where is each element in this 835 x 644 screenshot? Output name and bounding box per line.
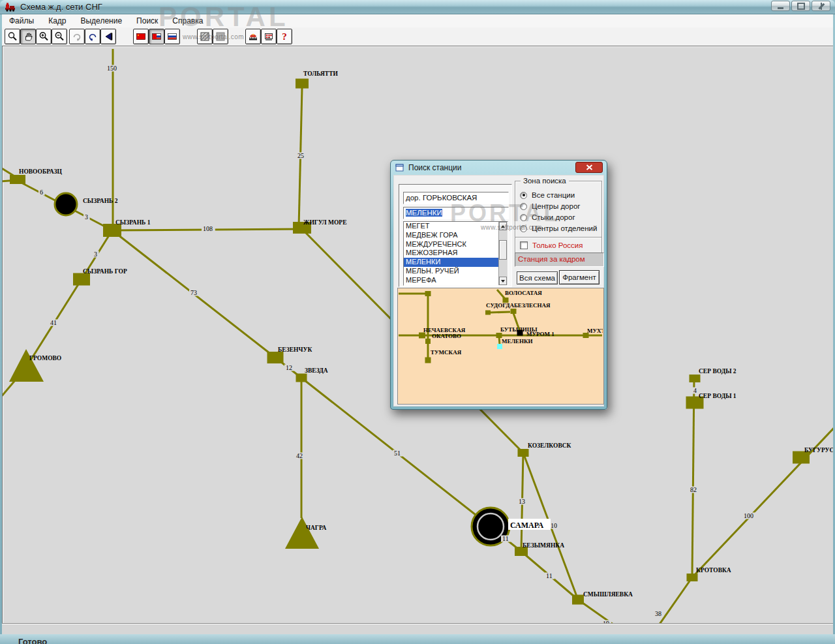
pan-tool-button[interactable] bbox=[20, 29, 36, 44]
window-title: Схема ж.д. сети СНГ bbox=[20, 2, 102, 12]
station-label: СМЫШЛЯЕВКА bbox=[583, 591, 633, 598]
search-panel: дор. ГОРЬКОВСКАЯ МЕЛЕНКИ МЕГЕТМЕДВЕЖ ГОР… bbox=[399, 184, 512, 287]
distance-label: 10 bbox=[551, 522, 557, 529]
station-list-item[interactable]: МЕЖДУРЕЧЕНСК bbox=[404, 240, 499, 249]
radio-icon bbox=[520, 214, 527, 221]
maximize-icon bbox=[797, 3, 805, 10]
radio-road-junctions[interactable]: Стыки дорог bbox=[520, 213, 575, 222]
station-label: ГРОМОВО bbox=[29, 355, 61, 361]
station-marker-bezenchuk bbox=[267, 352, 284, 363]
dialog-close-button[interactable] bbox=[575, 162, 603, 173]
fragment-button[interactable]: Фрагмент bbox=[559, 270, 600, 284]
title-bar[interactable]: Схема ж.д. сети СНГ bbox=[0, 0, 835, 14]
hand-icon bbox=[23, 31, 33, 42]
map-preview-panel[interactable]: ВОЛОСАТАЯСУДОГДАБЕЗЛЕСНАЯНЕЧАЕВСКАЯОКАТО… bbox=[397, 288, 604, 405]
search-zone-label: Зона поиска bbox=[521, 177, 569, 185]
station-label: ВОЛОСАТАЯ bbox=[505, 290, 542, 296]
station-list-item[interactable]: МЕЖОЗЕРНАЯ bbox=[404, 249, 499, 258]
flag-russia-icon bbox=[167, 31, 177, 42]
whole-scheme-label: Вся схема bbox=[519, 274, 555, 282]
radio-road-centers[interactable]: Центры дорог bbox=[520, 202, 580, 211]
blank-filter-button[interactable] bbox=[213, 29, 228, 44]
only-russia-checkbox[interactable]: Только Россия bbox=[520, 241, 583, 250]
zoom-in-button[interactable] bbox=[36, 29, 52, 44]
zoom-out-button[interactable] bbox=[52, 29, 67, 44]
minimize-button[interactable] bbox=[771, 1, 790, 11]
train-car-button[interactable] bbox=[261, 29, 277, 44]
whole-scheme-button[interactable]: Вся схема bbox=[517, 271, 558, 284]
station-search-input[interactable]: МЕЛЕНКИ bbox=[403, 207, 509, 219]
menu-selection[interactable]: Выделение bbox=[73, 15, 129, 27]
hatched-square-icon bbox=[200, 31, 210, 42]
station-list-rows: МЕГЕТМЕДВЕЖ ГОРАМЕЖДУРЕЧЕНСКМЕЖОЗЕРНАЯМЕ… bbox=[404, 222, 499, 285]
station-list-item[interactable]: МЕЛЕНКИ bbox=[404, 258, 499, 267]
road-field[interactable]: дор. ГОРЬКОВСКАЯ bbox=[403, 192, 509, 204]
app-window: { "window": { "title": "Схема ж.д. сети … bbox=[0, 0, 835, 644]
radio-icon bbox=[520, 225, 527, 232]
menu-bar: Файлы Кадр Выделение Поиск Справка bbox=[2, 14, 833, 27]
select-tool-button[interactable] bbox=[5, 29, 20, 44]
status-bar bbox=[2, 624, 833, 635]
list-scrollbar[interactable] bbox=[498, 222, 508, 285]
station-marker-zvezda bbox=[296, 374, 307, 382]
station-label: СЫЗРАНЬ 1 bbox=[115, 219, 151, 226]
flag-russia-button[interactable] bbox=[164, 29, 180, 44]
station-label: МУХТ bbox=[587, 328, 603, 334]
station-label: КРОТОВКА bbox=[696, 567, 731, 574]
distance-label: 41 bbox=[50, 319, 57, 326]
station-marker-sudogda bbox=[511, 309, 517, 314]
flag-ussr-russia-button[interactable] bbox=[149, 29, 164, 44]
menu-help[interactable]: Справка bbox=[165, 15, 210, 27]
search-input-value: МЕЛЕНКИ bbox=[406, 209, 442, 217]
station-label: СЕР ВОДЫ 2 bbox=[699, 368, 736, 375]
radio-all-stations[interactable]: Все станции bbox=[520, 191, 575, 200]
scroll-down-button[interactable] bbox=[499, 277, 507, 285]
station-list-item[interactable]: МЕЛЬН. РУЧЕЙ bbox=[404, 267, 499, 276]
menu-files[interactable]: Файлы bbox=[2, 15, 41, 27]
station-marker bbox=[425, 291, 431, 296]
window-frame-bottom bbox=[0, 634, 835, 644]
flag-ussr-button[interactable] bbox=[133, 29, 149, 44]
station-list-item[interactable]: МЕДВЕЖ ГОРА bbox=[404, 231, 499, 240]
radio-division-centers[interactable]: Центры отделений bbox=[520, 224, 597, 233]
station-label: СЕР ВОДЫ 1 bbox=[699, 393, 736, 399]
scroll-up-button[interactable] bbox=[499, 222, 507, 230]
radio-label: Все станции bbox=[532, 191, 575, 199]
station-list-item[interactable]: МЕГЕТ bbox=[404, 222, 499, 231]
menu-frame[interactable]: Кадр bbox=[41, 15, 73, 27]
dialog-title-bar[interactable]: Поиск станции bbox=[391, 161, 607, 175]
close-icon bbox=[818, 3, 825, 9]
hatch-filter-button[interactable] bbox=[197, 29, 213, 44]
dialog-form-icon bbox=[395, 163, 404, 172]
checkbox-label: Только Россия bbox=[532, 241, 583, 249]
redo-button[interactable] bbox=[69, 29, 85, 44]
station-marker-syzran2 bbox=[55, 193, 77, 215]
station-marker-syzran-gor bbox=[73, 273, 90, 286]
maximize-button[interactable] bbox=[791, 1, 810, 11]
close-button[interactable] bbox=[812, 1, 830, 11]
help-button[interactable]: ? bbox=[277, 29, 292, 44]
station-marker-kozelkovsk bbox=[518, 449, 529, 457]
scrollbar-thumb[interactable] bbox=[499, 240, 507, 260]
rail-line bbox=[578, 600, 642, 624]
distance-label: 3 bbox=[85, 213, 88, 221]
station-search-dialog: Поиск станции дор. ГОРЬКОВСКАЯ МЕЛЕНКИ М… bbox=[390, 160, 607, 410]
station-label: СЫЗРАНЬ 2 bbox=[83, 198, 118, 204]
toolbar: ? bbox=[2, 27, 833, 46]
undo-icon bbox=[87, 31, 98, 42]
back-arrow-icon bbox=[103, 31, 114, 42]
distance-label: 11 bbox=[502, 535, 509, 542]
undo-button[interactable] bbox=[85, 29, 100, 44]
station-marker-novoobrazts bbox=[10, 175, 25, 184]
station-list-item[interactable]: МЕРЕФА bbox=[404, 276, 499, 285]
station-list[interactable]: МЕГЕТМЕДВЕЖ ГОРАМЕЖДУРЕЧЕНСКМЕЖОЗЕРНАЯМЕ… bbox=[403, 221, 508, 286]
distance-label: 42 bbox=[296, 452, 303, 459]
station-marker-ser-vody-2 bbox=[690, 375, 701, 382]
station-marker-chagra bbox=[285, 517, 319, 549]
back-button[interactable] bbox=[100, 29, 116, 44]
station-label: ЖИГУЛ МОРЕ bbox=[303, 219, 347, 226]
offscreen-status-text: Станция за кадром bbox=[518, 255, 585, 263]
menu-search[interactable]: Поиск bbox=[129, 15, 165, 27]
railway-bridge-button[interactable] bbox=[245, 29, 261, 44]
distance-label: 38 bbox=[655, 610, 661, 617]
